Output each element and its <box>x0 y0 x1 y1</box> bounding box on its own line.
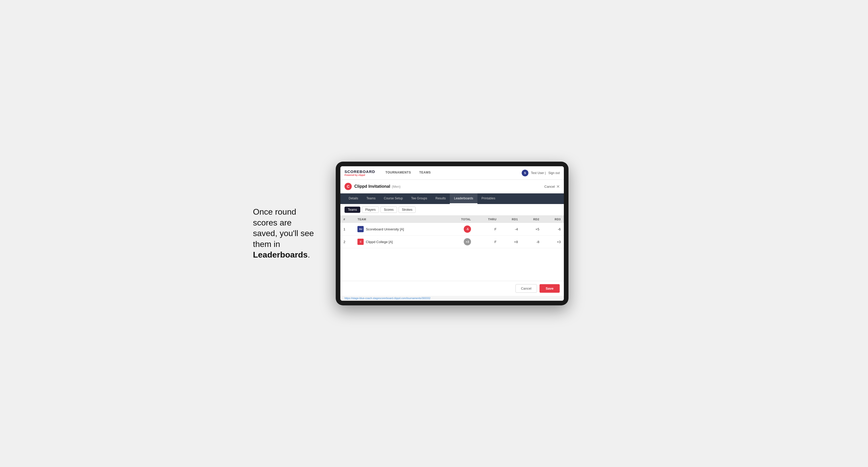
table-row: 1 SU Scoreboard University [A] -5 F <box>340 223 564 236</box>
rank-1: 1 <box>340 223 354 236</box>
tournament-cancel-button[interactable]: Cancel ✕ <box>545 184 560 189</box>
col-rd3: RD3 <box>542 216 564 223</box>
team-2-rd3: +3 <box>542 236 564 248</box>
tab-printables[interactable]: Printables <box>477 193 499 204</box>
filter-scores-button[interactable]: Scores <box>380 207 397 213</box>
team-1-total: -5 <box>446 223 474 236</box>
score-badge-1: -5 <box>464 225 471 233</box>
powered-by: Powered by clippd <box>344 174 375 176</box>
cancel-button[interactable]: Cancel <box>516 284 537 293</box>
tab-details[interactable]: Details <box>344 193 362 204</box>
filter-players-button[interactable]: Players <box>362 207 379 213</box>
nav-right: S Test User | Sign out <box>522 169 560 176</box>
user-name: Test User | <box>531 171 546 175</box>
tournament-header: C Clippd Invitational (Men) Cancel ✕ <box>340 180 564 193</box>
team-1-logo: SU <box>358 226 364 232</box>
sign-out-link[interactable]: Sign out <box>548 171 560 175</box>
tournament-subtitle: (Men) <box>392 185 401 188</box>
save-button[interactable]: Save <box>539 284 560 293</box>
leaderboard-table: # TEAM TOTAL THRU RD1 RD2 RD3 1 <box>340 216 564 248</box>
table-row: 2 C Clippd College [A] +3 F <box>340 236 564 248</box>
nav-links: TOURNAMENTS TEAMS <box>381 166 521 180</box>
tab-course-setup[interactable]: Course Setup <box>380 193 407 204</box>
rank-2: 2 <box>340 236 354 248</box>
team-2-logo: C <box>358 239 364 245</box>
app-logo: SCOREBOARD <box>344 169 375 174</box>
tab-results[interactable]: Results <box>431 193 450 204</box>
top-navigation: SCOREBOARD Powered by clippd TOURNAMENTS… <box>340 166 564 180</box>
team-2-name: Clippd College [A] <box>366 240 393 244</box>
tablet-device: SCOREBOARD Powered by clippd TOURNAMENTS… <box>336 162 568 305</box>
leaderboard-table-container: # TEAM TOTAL THRU RD1 RD2 RD3 1 <box>340 216 564 281</box>
col-total: TOTAL <box>446 216 474 223</box>
logo-area: SCOREBOARD Powered by clippd <box>344 169 375 176</box>
nav-teams[interactable]: TEAMS <box>415 166 435 180</box>
close-icon[interactable]: ✕ <box>556 184 560 189</box>
url-bar: https://stage-blue-coach.stagescorerboar… <box>340 296 564 301</box>
col-team: TEAM <box>354 216 446 223</box>
sub-navigation: Details Teams Course Setup Tee Groups Re… <box>340 193 564 204</box>
user-avatar: S <box>522 169 528 176</box>
tab-leaderboards[interactable]: Leaderboards <box>450 193 477 204</box>
modal-footer: Cancel Save <box>340 281 564 296</box>
tab-tee-groups[interactable]: Tee Groups <box>407 193 431 204</box>
team-1-rd3: -6 <box>542 223 564 236</box>
filter-strokes-button[interactable]: Strokes <box>399 207 416 213</box>
col-rank: # <box>340 216 354 223</box>
team-2-rd1: +8 <box>500 236 521 248</box>
tournament-title: Clippd Invitational <box>354 184 390 189</box>
col-thru: THRU <box>474 216 500 223</box>
team-1-name: Scoreboard University [A] <box>366 227 404 231</box>
team-1-thru: F <box>474 223 500 236</box>
tablet-screen: SCOREBOARD Powered by clippd TOURNAMENTS… <box>340 166 564 301</box>
team-1-rd2: +5 <box>521 223 542 236</box>
team-2-total: +3 <box>446 236 474 248</box>
filter-bar: Teams Players Scores Strokes <box>340 204 564 216</box>
description-text: Once round scores are saved, you'll see … <box>253 207 320 260</box>
nav-tournaments[interactable]: TOURNAMENTS <box>381 166 415 180</box>
team-2-thru: F <box>474 236 500 248</box>
tab-teams[interactable]: Teams <box>362 193 380 204</box>
tournament-icon: C <box>344 183 352 190</box>
filter-teams-button[interactable]: Teams <box>344 207 360 213</box>
team-1-rd1: -4 <box>500 223 521 236</box>
col-rd2: RD2 <box>521 216 542 223</box>
score-badge-2: +3 <box>464 238 471 245</box>
col-rd1: RD1 <box>500 216 521 223</box>
team-2-cell: C Clippd College [A] <box>354 236 446 248</box>
team-2-rd2: -8 <box>521 236 542 248</box>
table-header-row: # TEAM TOTAL THRU RD1 RD2 RD3 <box>340 216 564 223</box>
team-1-cell: SU Scoreboard University [A] <box>354 223 446 236</box>
